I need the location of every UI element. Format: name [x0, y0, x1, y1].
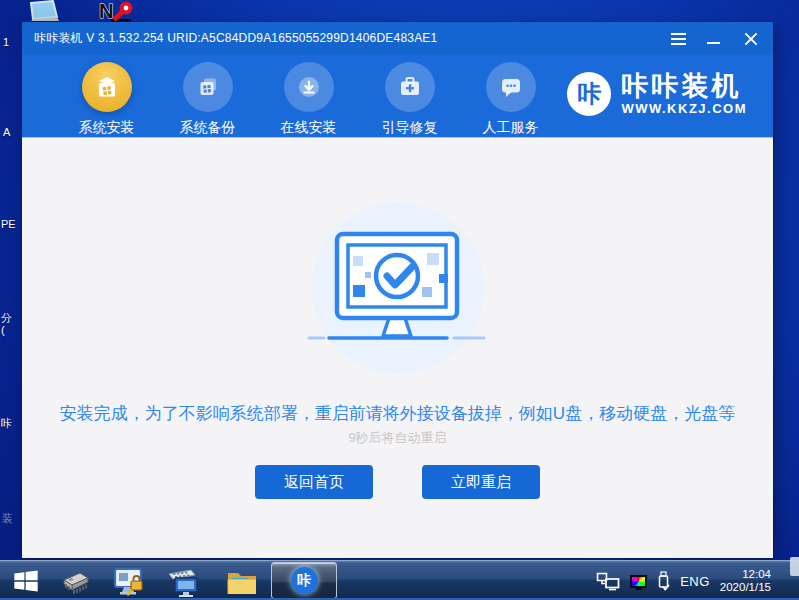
monitor-lock-icon[interactable]	[112, 566, 148, 597]
kaka-taskbar-badge: 咔	[291, 567, 318, 594]
svg-text:N: N	[99, 0, 113, 22]
monitor-check-illustration	[303, 226, 493, 346]
nav-label: 系统安装	[79, 119, 135, 137]
boot-repair-toolbox-icon	[385, 62, 435, 112]
laptop-icon[interactable]	[26, 0, 60, 22]
system-tray: ENG 12:04 2020/1/15	[596, 561, 799, 600]
desktop-icon-label-fragment: 分(	[1, 312, 15, 336]
nav-item-system-backup[interactable]: 系统备份	[157, 55, 258, 137]
kaka-app-icon[interactable]: 咔	[271, 562, 337, 599]
main-content: 安装完成，为了不影响系统部署，重启前请将外接设备拔掉，例如U盘，移动硬盘，光盘等…	[22, 137, 773, 558]
n-key-icon[interactable]: N	[97, 0, 139, 22]
install-package-icon	[82, 62, 132, 112]
menu-icon[interactable]	[671, 30, 688, 47]
nav-item-system-install[interactable]: 系统安装	[56, 55, 157, 137]
language-indicator[interactable]: ENG	[680, 574, 710, 589]
desktop-icon-label-fragment: 装	[2, 512, 16, 524]
usb-icon[interactable]	[657, 571, 670, 591]
desktop-icon-label-fragment: 咔	[1, 417, 15, 429]
backup-copy-icon	[183, 62, 233, 112]
window-controls	[671, 30, 773, 47]
desktop-icon-label-fragment: A	[3, 126, 17, 138]
desktop-icon-label-fragment: 1	[3, 36, 17, 48]
network-icon[interactable]	[596, 572, 620, 591]
back-home-button[interactable]: 返回首页	[255, 465, 373, 499]
start-icon[interactable]	[12, 567, 40, 595]
keyboard-monitor-icon[interactable]	[165, 566, 201, 597]
minimize-icon[interactable]	[707, 30, 724, 47]
folder-icon[interactable]	[224, 566, 260, 597]
nav-label: 人工服务	[483, 119, 539, 137]
desktop-icon-label-fragment: PE	[1, 218, 23, 230]
title-bar: 咔咔装机 V 3.1.532.254 URID:A5C84DD9A1655055…	[22, 22, 773, 55]
close-icon[interactable]	[743, 30, 760, 47]
brand-site-url: WWW.KKZJ.COM	[621, 101, 747, 116]
window-title: 咔咔装机 V 3.1.532.254 URID:A5C84DD9A1655055…	[22, 30, 437, 47]
nav-label: 在线安装	[281, 119, 337, 137]
display-color-icon[interactable]	[630, 575, 647, 588]
kaka-logo-icon: 咔	[567, 72, 611, 116]
install-complete-message: 安装完成，为了不影响系统部署，重启前请将外接设备拔掉，例如U盘，移动硬盘，光盘等	[22, 402, 773, 425]
nav-bar: 系统安装 系统备份	[22, 55, 773, 137]
support-chat-icon	[486, 62, 536, 112]
nav-item-boot-repair[interactable]: 引导修复	[359, 55, 460, 137]
show-desktop-button[interactable]	[790, 557, 799, 576]
chip-icon[interactable]	[57, 566, 93, 597]
clock-date: 2020/1/15	[720, 581, 771, 595]
online-download-icon	[284, 62, 334, 112]
restart-now-button[interactable]: 立即重启	[422, 465, 540, 499]
brand-logo: 咔 咔咔装机 WWW.KKZJ.COM	[567, 72, 747, 116]
nav-label: 系统备份	[180, 119, 236, 137]
nav-item-online-install[interactable]: 在线安装	[258, 55, 359, 137]
clock[interactable]: 12:04 2020/1/15	[720, 568, 771, 595]
taskbar: 咔 ENG 12:04 2020/1/15	[0, 560, 799, 600]
nav-item-support[interactable]: 人工服务	[460, 55, 561, 137]
nav-label: 引导修复	[382, 119, 438, 137]
restart-countdown: 9秒后将自动重启	[22, 429, 773, 447]
clock-time: 12:04	[720, 568, 771, 582]
kaka-installer-window: 咔咔装机 V 3.1.532.254 URID:A5C84DD9A1655055…	[22, 22, 773, 558]
brand-name: 咔咔装机	[621, 72, 747, 100]
